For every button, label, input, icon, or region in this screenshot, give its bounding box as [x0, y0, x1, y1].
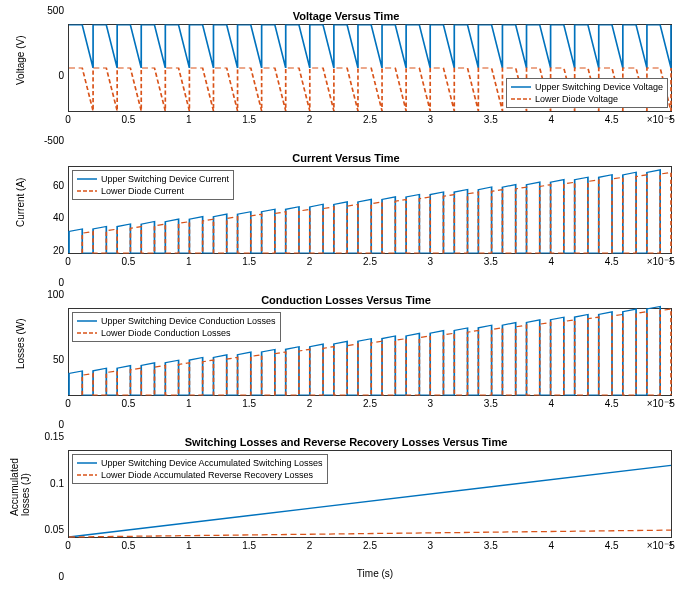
x-exponent: ×10⁻³	[647, 256, 672, 267]
plot-area: Upper Switching Device Current Lower Dio…	[68, 166, 672, 254]
chart-title: Switching Losses and Reverse Recovery Lo…	[10, 436, 682, 448]
ytick: 0	[34, 419, 64, 430]
ytick: 0	[34, 70, 64, 81]
y-axis-label: Accumulated losses (J)	[9, 496, 31, 516]
legend-item: Lower Diode Conduction Losses	[101, 327, 231, 339]
x-exponent: ×10⁻³	[647, 398, 672, 409]
x-ticks: 0 0.5 1 1.5 2 2.5 3 3.5 4 4.5 5 ×10⁻³	[68, 396, 672, 410]
current-subplot: Current Versus Time Current (A) 60 40 20…	[10, 152, 682, 282]
plot-area: Upper Switching Device Voltage Lower Dio…	[68, 24, 672, 112]
x-ticks: 0 0.5 1 1.5 2 2.5 3 3.5 4 4.5 5 ×10⁻³	[68, 538, 672, 552]
x-ticks: 0 0.5 1 1.5 2 2.5 3 3.5 4 4.5 5 ×10⁻³	[68, 112, 672, 126]
switching-losses-subplot: Switching Losses and Reverse Recovery Lo…	[10, 436, 682, 576]
chart-title: Voltage Versus Time	[10, 10, 682, 22]
y-ticks: 500 0 -500	[34, 10, 66, 140]
voltage-subplot: Voltage Versus Time Voltage (V) 500 0 -5…	[10, 10, 682, 140]
x-exponent: ×10⁻³	[647, 114, 672, 125]
legend-item: Lower Diode Accumulated Reverse Recovery…	[101, 469, 313, 481]
y-ticks: 100 50 0	[34, 294, 66, 424]
x-exponent: ×10⁻³	[647, 540, 672, 551]
conduction-losses-subplot: Conduction Losses Versus Time Losses (W)…	[10, 294, 682, 424]
ytick: 500	[34, 5, 64, 16]
x-ticks: 0 0.5 1 1.5 2 2.5 3 3.5 4 4.5 5 ×10⁻³	[68, 254, 672, 268]
ytick: -500	[34, 135, 64, 146]
ytick: 50	[34, 354, 64, 365]
legend-item: Upper Switching Device Current	[101, 173, 229, 185]
ytick: 100	[34, 289, 64, 300]
ytick: 0.1	[34, 477, 64, 488]
y-ticks: 0.15 0.1 0.05 0	[34, 436, 66, 576]
legend: Upper Switching Device Conduction Losses…	[72, 312, 281, 342]
legend-item: Upper Switching Device Accumulated Switc…	[101, 457, 323, 469]
plot-area: Upper Switching Device Conduction Losses…	[68, 308, 672, 396]
legend-item: Lower Diode Current	[101, 185, 184, 197]
x-axis-label: Time (s)	[68, 568, 682, 579]
plot-area: Upper Switching Device Accumulated Switc…	[68, 450, 672, 538]
chart-title: Current Versus Time	[10, 152, 682, 164]
y-axis-label: Losses (W)	[15, 349, 26, 369]
legend: Upper Switching Device Accumulated Switc…	[72, 454, 328, 484]
legend: Upper Switching Device Voltage Lower Dio…	[506, 78, 668, 108]
legend-item: Upper Switching Device Voltage	[535, 81, 663, 93]
ytick: 0.15	[34, 431, 64, 442]
ytick: 0	[34, 277, 64, 288]
ytick: 0	[34, 571, 64, 582]
ytick: 40	[34, 212, 64, 223]
ytick: 60	[34, 179, 64, 190]
legend: Upper Switching Device Current Lower Dio…	[72, 170, 234, 200]
chart-title: Conduction Losses Versus Time	[10, 294, 682, 306]
ytick: 0.05	[34, 524, 64, 535]
legend-item: Lower Diode Voltage	[535, 93, 618, 105]
y-axis-label: Voltage (V)	[15, 65, 26, 85]
y-axis-label: Current (A)	[15, 207, 26, 227]
ytick: 20	[34, 244, 64, 255]
y-ticks: 60 40 20 0	[34, 152, 66, 282]
legend-item: Upper Switching Device Conduction Losses	[101, 315, 276, 327]
